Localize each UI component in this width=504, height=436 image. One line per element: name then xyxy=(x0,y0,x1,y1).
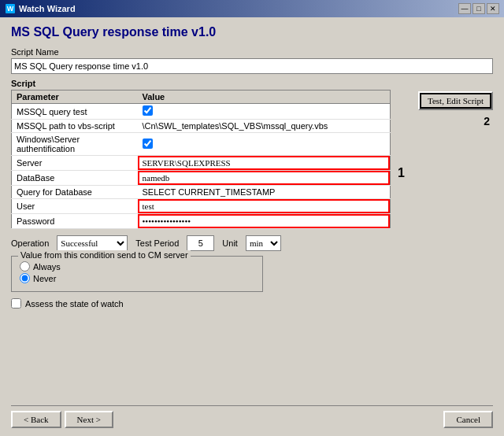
annotation-1: 1 xyxy=(398,166,405,180)
param-cell: Windows\Server authentification xyxy=(12,133,138,156)
value-cell xyxy=(138,133,391,156)
always-radio-row: Always xyxy=(20,261,254,272)
table-row: User xyxy=(12,199,391,214)
test-edit-script-button[interactable]: Test, Edit Script xyxy=(418,91,493,110)
param-cell: Password xyxy=(12,214,138,229)
window-title: Watch Wizard xyxy=(19,4,76,13)
value-cell: \Cn\SWL_templates\SQL_VBS\mssql_query.vb… xyxy=(138,120,391,133)
row-checkbox[interactable] xyxy=(143,105,153,116)
col-value-header: Value xyxy=(138,91,391,104)
row-input-red[interactable] xyxy=(138,199,391,213)
value-cell[interactable] xyxy=(138,199,391,214)
main-window: MS SQL Query response time v1.0 Script N… xyxy=(0,17,504,436)
script-section-label: Script xyxy=(11,79,493,88)
cancel-button[interactable]: Cancel xyxy=(443,411,493,428)
script-name-input[interactable] xyxy=(11,58,493,74)
value-cell: SELECT CURRENT_TIMESTAMP xyxy=(138,186,391,199)
row-input-red[interactable] xyxy=(138,156,391,170)
minimize-button[interactable]: — xyxy=(458,3,471,14)
operation-select[interactable]: Successful xyxy=(57,235,128,251)
param-cell: DataBase xyxy=(12,171,138,186)
unit-select[interactable]: min xyxy=(246,235,281,251)
test-period-label: Test Period xyxy=(135,238,179,248)
table-row: MSSQL path to vbs-script\Cn\SWL_template… xyxy=(12,120,391,133)
row-checkbox[interactable] xyxy=(143,139,153,149)
maximize-button[interactable]: □ xyxy=(472,3,485,14)
next-button[interactable]: Next > xyxy=(65,411,113,428)
never-radio-row: Never xyxy=(20,273,254,283)
always-label: Always xyxy=(33,262,61,272)
param-cell: Server xyxy=(12,156,138,171)
param-cell: Query for Database xyxy=(12,186,138,199)
row-input-red[interactable] xyxy=(138,171,391,185)
page-title: MS SQL Query response time v1.0 xyxy=(11,25,493,39)
value-cell[interactable] xyxy=(138,171,391,186)
always-radio[interactable] xyxy=(20,261,30,272)
script-name-label: Script Name xyxy=(11,47,493,57)
never-label: Never xyxy=(33,274,56,283)
param-cell: MSSQL query test xyxy=(12,104,138,120)
table-row: MSSQL query test xyxy=(12,104,391,120)
operation-label: Operation xyxy=(11,238,49,248)
table-row: Server xyxy=(12,156,391,171)
param-cell: User xyxy=(12,199,138,214)
never-radio[interactable] xyxy=(20,273,30,283)
table-row: Password xyxy=(12,214,391,229)
col-param-header: Parameter xyxy=(12,91,138,104)
app-icon: W xyxy=(5,3,16,14)
table-row: Windows\Server authentification xyxy=(12,133,391,156)
value-group-title: Value from this condition send to CM ser… xyxy=(18,250,191,260)
script-table: Parameter Value MSSQL query testMSSQL pa… xyxy=(11,90,391,229)
operation-row: Operation Successful Test Period Unit mi… xyxy=(11,235,493,251)
footer: < Back Next > Cancel xyxy=(11,405,493,428)
annotation-2: 2 xyxy=(484,115,490,127)
row-input-red[interactable] xyxy=(138,214,391,228)
test-period-input[interactable] xyxy=(187,235,214,251)
assess-label: Assess the state of watch xyxy=(25,299,124,309)
title-bar: W Watch Wizard — □ ✕ xyxy=(0,0,504,17)
svg-text:W: W xyxy=(7,5,14,13)
back-button[interactable]: < Back xyxy=(11,411,61,428)
close-button[interactable]: ✕ xyxy=(487,3,499,14)
param-cell: MSSQL path to vbs-script xyxy=(12,120,138,133)
assess-row: Assess the state of watch xyxy=(11,298,493,309)
assess-checkbox[interactable] xyxy=(11,298,21,309)
value-cell[interactable] xyxy=(138,156,391,171)
value-cell[interactable] xyxy=(138,214,391,229)
value-group-box: Value from this condition send to CM ser… xyxy=(11,256,263,292)
unit-label: Unit xyxy=(222,238,238,248)
table-row: Query for DatabaseSELECT CURRENT_TIMESTA… xyxy=(12,186,391,199)
window-controls[interactable]: — □ ✕ xyxy=(458,3,499,14)
value-cell xyxy=(138,104,391,120)
table-row: DataBase xyxy=(12,171,391,186)
